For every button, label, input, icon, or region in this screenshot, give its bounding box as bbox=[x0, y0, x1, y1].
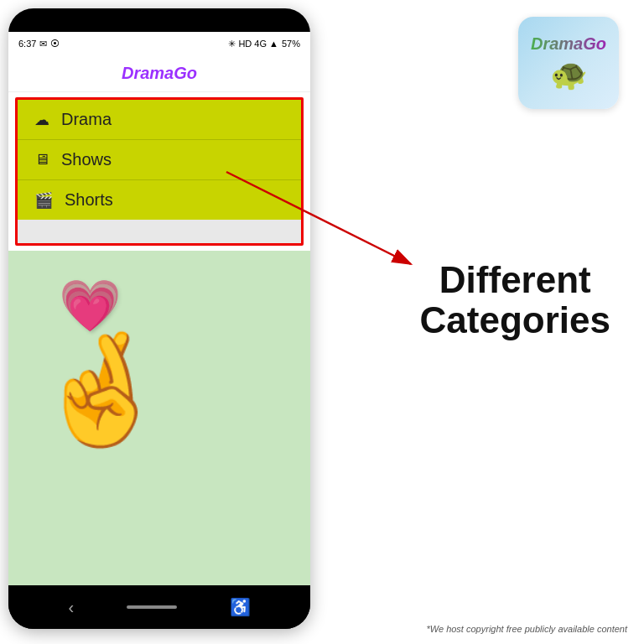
menu-highlighted-box: ☁ Drama 🖥 Shows 🎬 Shorts bbox=[15, 97, 304, 246]
network-info: ✳ HD 4G ▲ bbox=[228, 39, 278, 49]
shorts-icon: 🎬 bbox=[34, 191, 53, 210]
shows-label: Shows bbox=[61, 150, 112, 169]
phone-navbar: ‹ ♿ bbox=[8, 585, 310, 629]
menu-empty-row bbox=[18, 220, 301, 243]
email-icon: ✉ bbox=[39, 39, 47, 49]
phone-frame: 6:37 ✉ ⦿ ✳ HD 4G ▲ 57% DramaGo ☁ Drama 🖥… bbox=[8, 8, 310, 629]
logo-turtle-icon: 🐢 bbox=[550, 57, 588, 92]
status-bar: 6:37 ✉ ⦿ ✳ HD 4G ▲ 57% bbox=[8, 32, 310, 55]
drama-label: Drama bbox=[61, 110, 112, 129]
categories-line1: Different bbox=[420, 260, 610, 300]
logo-title: DramaGo bbox=[531, 34, 606, 54]
logo-container: DramaGo 🐢 bbox=[518, 17, 619, 109]
categories-annotation: Different Categories bbox=[420, 260, 610, 341]
drama-icon: ☁ bbox=[34, 111, 49, 129]
back-button[interactable]: ‹ bbox=[68, 598, 74, 617]
copyright-text: *We host copyright free publicly availab… bbox=[427, 624, 628, 634]
hand-icon: 🤞 bbox=[34, 326, 169, 454]
home-pill[interactable] bbox=[127, 605, 177, 609]
signal-dot: ⦿ bbox=[50, 39, 60, 49]
categories-line2: Categories bbox=[420, 300, 610, 340]
phone-content-area: 💗 🤞 bbox=[8, 251, 310, 585]
phone-screen: 6:37 ✉ ⦿ ✳ HD 4G ▲ 57% DramaGo ☁ Drama 🖥… bbox=[8, 32, 310, 585]
app-header-title: DramaGo bbox=[122, 64, 197, 83]
menu-item-shows[interactable]: 🖥 Shows bbox=[18, 139, 301, 179]
menu-item-shorts[interactable]: 🎬 Shorts bbox=[18, 179, 301, 220]
shorts-label: Shorts bbox=[65, 190, 113, 210]
shows-icon: 🖥 bbox=[34, 151, 49, 169]
battery-info: 57% bbox=[282, 39, 300, 49]
app-header: DramaGo bbox=[8, 55, 310, 92]
status-time: 6:37 bbox=[18, 39, 36, 49]
menu-item-drama[interactable]: ☁ Drama bbox=[18, 100, 301, 139]
accessibility-button[interactable]: ♿ bbox=[230, 597, 251, 617]
